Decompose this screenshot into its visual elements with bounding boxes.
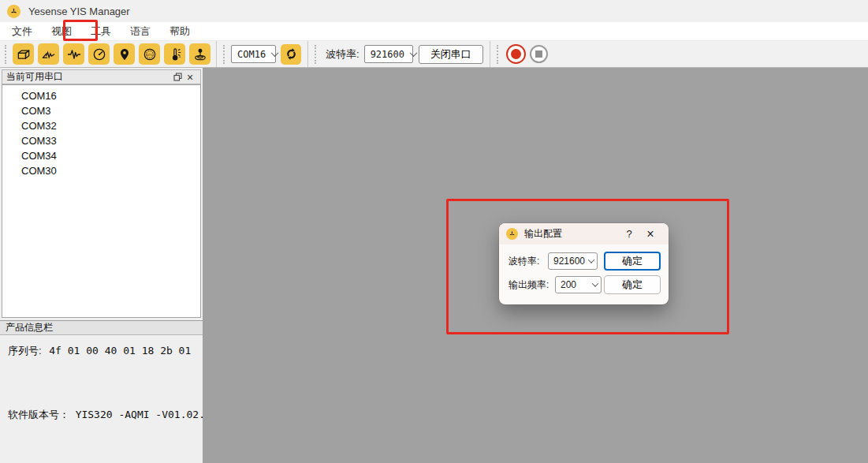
dialog-help-button[interactable]: ? [619,228,639,240]
software-version-value: YIS320 -AQMI -V01.02.03; [76,409,224,420]
serial-number-line: 序列号: 4f 01 00 40 01 18 2b 01 [8,344,191,358]
menu-language[interactable]: 语言 [126,22,155,41]
baud-rate-select[interactable]: 921600 [364,45,413,63]
serial-number-value: 4f 01 00 40 01 18 2b 01 [49,345,191,357]
dialog-baud-value: 921600 [553,256,585,267]
utc-clock-button[interactable]: UTC [139,43,160,65]
record-icon [511,49,521,59]
record-button[interactable] [506,44,526,64]
menu-file[interactable]: 文件 [8,22,36,41]
dialog-baud-select[interactable]: 921600 [548,252,598,270]
dialog-baud-label: 波特率: [509,255,539,268]
dock-panel-title: 当前可用串口 [6,70,171,84]
attitude-waveform-button[interactable] [38,43,59,65]
stop-icon [535,50,542,58]
toolbar-grip[interactable] [5,45,9,64]
serial-port-dock-panel: 当前可用串口 × COM16 COM3 COM32 COM33 COM34 CO… [0,68,203,463]
available-ports-list: COM16 COM3 COM32 COM33 COM34 COM30 [2,84,201,318]
stop-button[interactable] [530,45,548,63]
dialog-freq-ok-button[interactable]: 确定 [604,275,661,294]
app-window: Yesense YIS Manager 文件 视图 工具 语言 帮助 UTC [0,0,868,463]
port-list-item[interactable]: COM3 [2,103,200,118]
close-panel-button[interactable]: × [184,71,196,83]
chevron-down-icon [588,256,594,263]
barometer-button[interactable] [189,43,210,65]
refresh-ports-button[interactable] [281,44,301,65]
menu-view[interactable]: 视图 [47,22,76,41]
toolbar-grip[interactable] [315,45,319,64]
close-serial-port-button[interactable]: 关闭串口 [419,45,483,64]
port-list-item[interactable]: COM34 [2,148,200,163]
dialog-freq-value: 200 [561,279,576,290]
port-list-item[interactable]: COM32 [2,118,200,133]
software-version-label: 软件版本号： [8,409,69,420]
menubar: 文件 视图 工具 语言 帮助 [0,22,868,41]
dialog-close-button[interactable]: × [639,223,661,245]
toolbar: UTC COM16 波特率: 921600 关闭串口 [0,41,868,68]
float-panel-button[interactable] [171,71,184,83]
baud-rate-label: 波特率: [326,47,359,62]
port-list-item[interactable]: COM30 [2,163,200,178]
toolbar-separator [216,41,217,67]
dialog-baud-ok-button[interactable]: 确定 [604,252,661,271]
software-version-line: 软件版本号： YIS320 -AQMI -V01.02.03; [8,408,223,422]
chevron-down-icon [410,49,418,57]
menu-tools[interactable]: 工具 [87,22,115,41]
dock-panel-header: 当前可用串口 × [2,69,201,84]
toolbar-separator [490,41,490,67]
dialog-logo-icon [506,228,518,240]
3d-view-button[interactable] [13,43,34,65]
location-pin-button[interactable] [114,43,135,65]
dialog-freq-label: 输出频率: [509,278,549,292]
gauge-button[interactable] [88,43,110,65]
dialog-title: 输出配置 [524,227,619,241]
app-logo-icon [7,5,20,18]
svg-text:UTC: UTC [147,53,153,56]
product-info-header: 产品信息栏 [0,320,203,335]
toolbar-grip[interactable] [223,45,227,64]
toolbar-separator [307,41,308,67]
com-port-value: COM16 [237,49,266,60]
port-list-item[interactable]: COM16 [2,88,200,103]
titlebar: Yesense YIS Manager [0,0,868,22]
com-port-select[interactable]: COM16 [231,45,276,63]
port-list-item[interactable]: COM33 [2,133,200,148]
chevron-down-icon [592,280,598,286]
menu-help[interactable]: 帮助 [166,22,194,41]
thermometer-button[interactable] [164,43,185,65]
window-title: Yesense YIS Manager [28,6,130,17]
toolbar-grip[interactable] [497,45,501,64]
dialog-titlebar: 输出配置 ? × [499,223,669,245]
chevron-down-icon [271,49,279,57]
baud-rate-value: 921600 [371,49,404,60]
serial-number-label: 序列号: [8,345,42,357]
dialog-freq-select[interactable]: 200 [555,276,602,293]
output-config-dialog: 输出配置 ? × 波特率: 921600 确定 输出频率: 200 确定 [499,223,669,304]
waveform-button[interactable] [63,43,84,65]
